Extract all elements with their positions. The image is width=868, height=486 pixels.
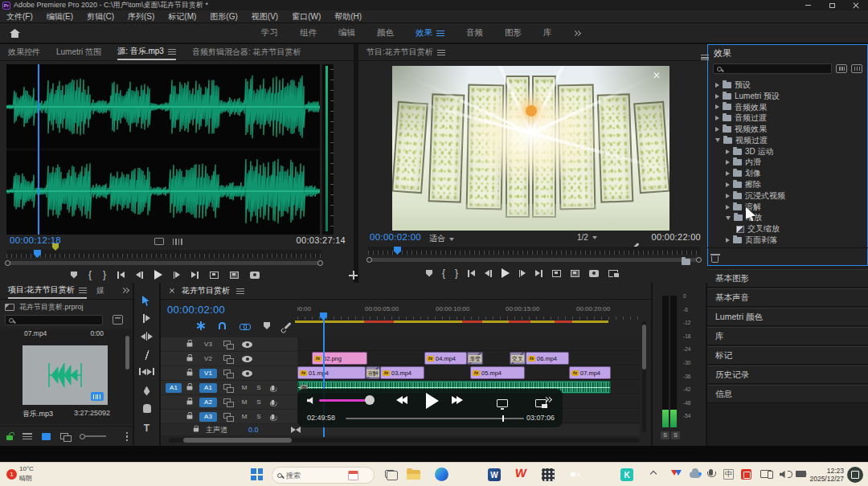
timeline-current-timecode[interactable]: 00:00:02:00 bbox=[167, 304, 225, 316]
panel-menu-icon[interactable] bbox=[79, 288, 87, 293]
source-marker-icon[interactable] bbox=[71, 272, 77, 279]
sync-lock-icon[interactable] bbox=[223, 413, 232, 420]
source-step-back-icon[interactable] bbox=[136, 272, 143, 279]
expand-icon[interactable] bbox=[726, 205, 730, 210]
effects-tree-item-沉浸式视频[interactable]: 沉浸式视频 bbox=[707, 190, 868, 202]
workspace-tab-库[interactable]: 库 bbox=[543, 27, 552, 39]
menu-图形(G)[interactable]: 图形(G) bbox=[210, 11, 237, 22]
player-progress-bar[interactable] bbox=[346, 418, 524, 419]
program-goto-in-icon[interactable] bbox=[468, 270, 475, 277]
source-patch-audio[interactable]: A1 bbox=[166, 383, 182, 393]
track-output-eye-icon[interactable] bbox=[242, 356, 252, 362]
expand-icon[interactable] bbox=[726, 149, 730, 154]
workspace-tab-音频[interactable]: 音频 bbox=[466, 27, 483, 39]
track-select-forward-tool[interactable] bbox=[134, 314, 159, 323]
calendar-widget-icon[interactable] bbox=[348, 471, 358, 480]
track-lock-icon[interactable] bbox=[187, 357, 193, 361]
playback-resolution-select[interactable]: 1/2 bbox=[577, 233, 597, 242]
delete-custom-item-icon[interactable] bbox=[711, 256, 719, 263]
taskbar-search[interactable] bbox=[272, 467, 375, 484]
timeline-ruler[interactable]: 00:0000:00:05:0000:00:10:0000:00:15:0000… bbox=[297, 302, 640, 320]
track-lock-icon[interactable] bbox=[194, 428, 199, 432]
clip-07.mp4[interactable]: fx07.mp4 bbox=[569, 366, 611, 379]
fx-badge-icon[interactable]: fx bbox=[571, 370, 579, 376]
mute-button[interactable]: M bbox=[240, 413, 248, 420]
effects-tree-item-预设[interactable]: 预设 bbox=[707, 80, 868, 91]
program-compare-view-icon[interactable] bbox=[608, 270, 618, 277]
slip-tool[interactable] bbox=[134, 368, 159, 375]
add-marker-icon[interactable] bbox=[264, 322, 270, 329]
solo-right-button[interactable]: S bbox=[671, 431, 680, 439]
program-export-frame-icon[interactable] bbox=[589, 270, 599, 277]
filter-bit-depth-icon[interactable] bbox=[851, 64, 862, 73]
program-button-editor-icon[interactable] bbox=[349, 271, 358, 280]
program-step-back-icon[interactable] bbox=[485, 270, 492, 277]
program-step-fwd-icon[interactable] bbox=[519, 270, 526, 277]
fx-badge-icon[interactable]: fx bbox=[528, 356, 535, 361]
kingsoft-icon[interactable]: K bbox=[620, 468, 633, 481]
volume-slider-knob[interactable] bbox=[365, 395, 375, 405]
close-sequence-icon[interactable] bbox=[170, 288, 174, 293]
program-extract-icon[interactable] bbox=[571, 270, 579, 277]
panel-tab-历史记录[interactable]: 历史记录 bbox=[707, 366, 868, 384]
tray-expand-icon[interactable] bbox=[650, 471, 657, 477]
track-output-eye-icon[interactable] bbox=[242, 370, 252, 377]
track-name-V1[interactable]: V1 bbox=[199, 369, 217, 378]
minimize-button[interactable] bbox=[796, 0, 820, 10]
source-export-frame-icon[interactable] bbox=[250, 272, 260, 279]
menu-标记(M)[interactable]: 标记(M) bbox=[168, 11, 196, 22]
program-zoom-scrollbar[interactable] bbox=[368, 257, 700, 263]
program-lift-icon[interactable] bbox=[552, 270, 561, 277]
tray-input-method-icon[interactable]: 中 bbox=[723, 469, 734, 480]
source-play-icon[interactable] bbox=[154, 270, 162, 280]
source-overwrite-icon[interactable] bbox=[230, 272, 239, 279]
tray-cloud-input-icon[interactable] bbox=[690, 472, 701, 478]
effects-tree-item-Lumetri 预设[interactable]: Lumetri 预设 bbox=[707, 91, 868, 102]
solo-button[interactable]: S bbox=[255, 413, 263, 420]
weather-temp[interactable]: 10°C bbox=[19, 465, 34, 472]
new-custom-bin-icon[interactable] bbox=[682, 259, 690, 265]
source-clip-marker-icon[interactable] bbox=[52, 243, 59, 251]
fx-badge-icon[interactable]: fx bbox=[383, 370, 390, 376]
player-progress-handle[interactable] bbox=[502, 415, 504, 422]
ripple-edit-tool[interactable] bbox=[134, 332, 159, 341]
track-lock-icon[interactable] bbox=[187, 386, 193, 390]
collapse-icon[interactable] bbox=[715, 138, 720, 142]
workspace-tab-图形[interactable]: 图形 bbox=[505, 27, 522, 39]
hand-tool[interactable] bbox=[134, 404, 159, 413]
program-mark-in-icon[interactable]: { bbox=[442, 269, 445, 277]
workspace-menu-icon[interactable] bbox=[436, 31, 444, 36]
workspace-tab-颜色[interactable]: 颜色 bbox=[377, 27, 394, 39]
edge-icon[interactable] bbox=[435, 468, 448, 481]
more-options-icon[interactable] bbox=[126, 432, 129, 441]
expand-icon[interactable] bbox=[715, 94, 719, 99]
mute-button[interactable]: M bbox=[240, 384, 248, 391]
effects-tree-item-缩放[interactable]: 缩放 bbox=[707, 213, 868, 224]
program-time-ruler[interactable] bbox=[368, 247, 700, 255]
tab-源: 音乐.mp3[interactable]: 源: 音乐.mp3 bbox=[117, 44, 176, 60]
selection-tool[interactable] bbox=[134, 296, 159, 306]
expand-icon[interactable] bbox=[726, 160, 730, 165]
expand-icon[interactable] bbox=[715, 83, 719, 88]
expand-icon[interactable] bbox=[715, 116, 719, 120]
mute-button[interactable]: M bbox=[240, 398, 248, 406]
track-header-A1[interactable]: A1A1MS bbox=[161, 381, 297, 394]
panel-tab-基本声音[interactable]: 基本声音 bbox=[707, 288, 868, 307]
clip-01.mp4[interactable]: fx01.mp4 bbox=[297, 366, 366, 379]
fx-badge-icon[interactable]: fx bbox=[427, 356, 434, 361]
fx-badge-icon[interactable]: fx bbox=[473, 370, 480, 376]
play-button[interactable] bbox=[426, 393, 439, 409]
list-view-icon[interactable] bbox=[23, 433, 32, 440]
expand-icon[interactable] bbox=[726, 238, 730, 243]
effects-tree-item-音频效果[interactable]: 音频效果 bbox=[707, 102, 868, 113]
more-panels-icon[interactable] bbox=[122, 288, 129, 292]
more-controls-icon[interactable] bbox=[545, 398, 551, 402]
tab-效果控件[interactable]: 效果控件 bbox=[8, 44, 40, 60]
expand-icon[interactable] bbox=[726, 182, 730, 187]
clip-交叉[interactable]: 交叉 bbox=[510, 352, 526, 365]
track-content-V3[interactable] bbox=[297, 337, 640, 351]
menu-序列(S)[interactable]: 序列(S) bbox=[128, 11, 154, 22]
solo-button[interactable]: S bbox=[255, 398, 263, 406]
tab-program-monitor[interactable]: 节目:花卉节目赏析 bbox=[366, 44, 445, 60]
clip-02.png[interactable]: fx02.png bbox=[312, 352, 367, 365]
